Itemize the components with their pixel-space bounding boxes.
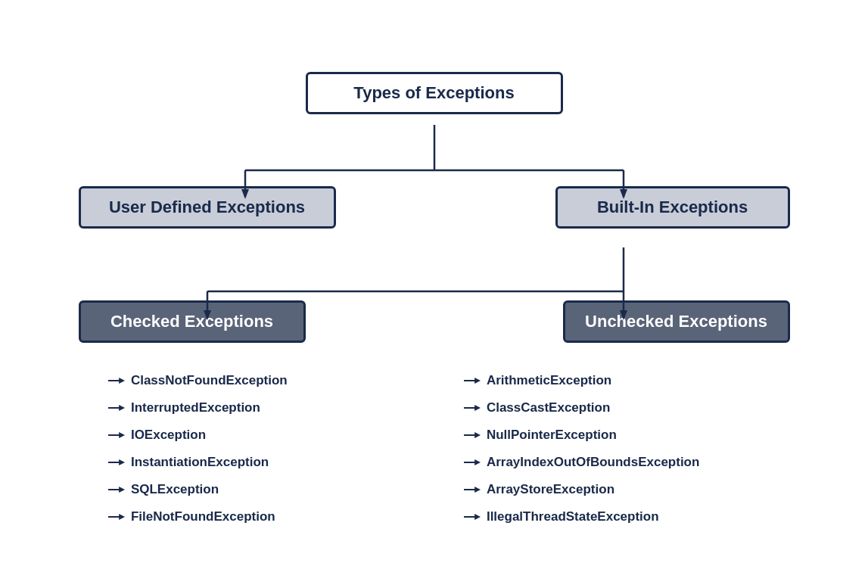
arrow-icon [108,403,125,413]
exception-name: ArrayIndexOutOfBoundsException [487,455,699,470]
root-label: Types of Exceptions [353,83,514,103]
arrow-icon [108,484,125,495]
unchecked-label: Unchecked Exceptions [585,312,767,331]
exception-name: NullPointerException [487,428,617,443]
svg-marker-17 [119,432,125,438]
svg-marker-27 [474,405,481,411]
checked-exception-item: InterruptedException [108,400,288,415]
arrow-icon [464,484,481,495]
checked-exception-item: FileNotFoundException [108,509,288,524]
unchecked-exception-item: NullPointerException [464,428,699,443]
checked-exception-item: InstantiationException [108,455,288,470]
arrow-icon [464,403,481,413]
svg-marker-29 [474,432,481,438]
unchecked-exception-item: ArithmeticException [464,373,699,388]
user-defined-label: User Defined Exceptions [109,198,305,217]
arrow-icon [464,375,481,386]
exception-name: IOException [131,428,206,443]
svg-marker-23 [119,514,125,520]
level1-layer: User Defined Exceptions Built-In Excepti… [33,186,835,229]
arrow-icon [108,512,125,522]
exception-name: ClassCastException [487,400,610,415]
arrow-icon [464,512,481,522]
svg-marker-35 [474,514,481,520]
svg-marker-25 [474,378,481,384]
unchecked-exception-item: ArrayStoreException [464,482,699,497]
svg-marker-33 [474,487,481,493]
exception-name: SQLException [131,482,219,497]
root-box: Types of Exceptions [306,72,563,114]
exception-name: IllegalThreadStateException [487,509,659,524]
arrow-icon [108,430,125,440]
exception-lists-layer: ClassNotFoundExceptionInterruptedExcepti… [33,366,835,524]
unchecked-box: Unchecked Exceptions [563,300,790,343]
unchecked-exception-item: ArrayIndexOutOfBoundsException [464,455,699,470]
exception-name: ArithmeticException [487,373,611,388]
arrow-icon [108,375,125,386]
level2-layer: Checked Exceptions Unchecked Exceptions [33,300,835,343]
tree-wrapper: Types of Exceptions User Defined Excepti… [33,64,835,524]
arrow-icon [464,457,481,468]
builtin-label: Built-In Exceptions [597,198,748,217]
exception-name: ClassNotFoundException [131,373,288,388]
exception-name: InterruptedException [131,400,260,415]
svg-marker-31 [474,459,481,465]
svg-marker-15 [119,405,125,411]
root-layer: Types of Exceptions [33,64,835,114]
arrow-icon [108,457,125,468]
exception-name: ArrayStoreException [487,482,614,497]
builtin-box: Built-In Exceptions [555,186,790,229]
checked-exception-item: IOException [108,428,288,443]
arrow-icon [464,430,481,440]
user-defined-box: User Defined Exceptions [79,186,336,229]
checked-label: Checked Exceptions [110,312,273,331]
exception-name: InstantiationException [131,455,269,470]
unchecked-exceptions-list: ArithmeticExceptionClassCastExceptionNul… [441,366,782,524]
unchecked-list: ArithmeticExceptionClassCastExceptionNul… [464,373,699,524]
checked-box: Checked Exceptions [79,300,306,343]
svg-marker-13 [119,378,125,384]
unchecked-exception-item: IllegalThreadStateException [464,509,699,524]
checked-exceptions-list: ClassNotFoundExceptionInterruptedExcepti… [86,366,427,524]
unchecked-exception-item: ClassCastException [464,400,699,415]
exception-name: FileNotFoundException [131,509,275,524]
checked-exception-item: ClassNotFoundException [108,373,288,388]
svg-marker-21 [119,487,125,493]
svg-marker-19 [119,459,125,465]
checked-list: ClassNotFoundExceptionInterruptedExcepti… [108,373,288,524]
diagram-container: Types of Exceptions User Defined Excepti… [18,49,851,540]
checked-exception-item: SQLException [108,482,288,497]
